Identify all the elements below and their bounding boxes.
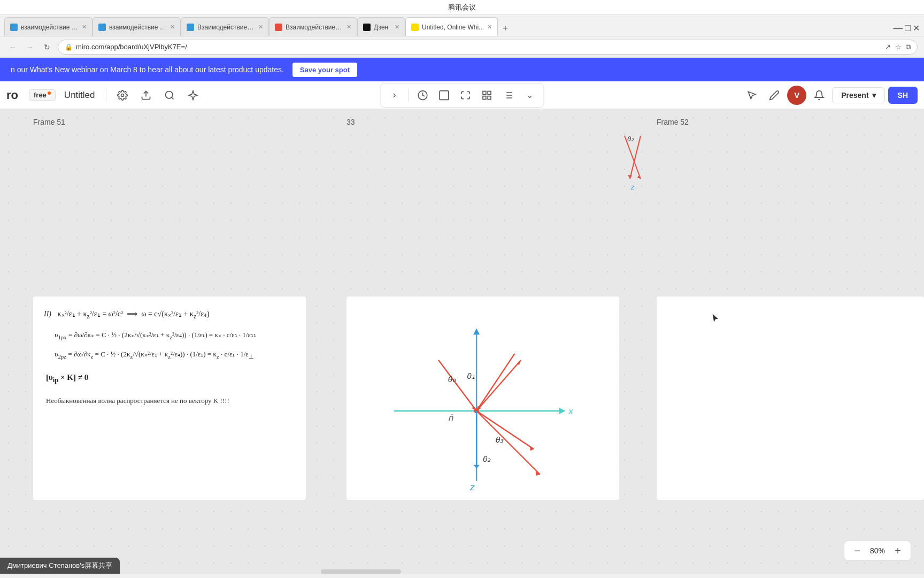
- horizontal-scrollbar[interactable]: [321, 569, 401, 574]
- svg-rect-9: [488, 96, 491, 99]
- share-address-icon[interactable]: ↗: [885, 43, 891, 51]
- chevron-right-btn[interactable]: ›: [385, 86, 404, 105]
- pen-icon: [769, 90, 780, 101]
- svg-marker-20: [473, 328, 480, 334]
- svg-line-39: [476, 354, 514, 411]
- present-label: Present: [841, 91, 868, 100]
- banner-text: n our What's New webinar on March 8 to h…: [11, 65, 284, 74]
- svg-text:θ₂: θ₂: [627, 135, 634, 143]
- optics-diagram: x z θ₀ θ₁: [346, 296, 619, 500]
- tab2-close[interactable]: ✕: [170, 24, 175, 31]
- more-btn[interactable]: ⌄: [520, 86, 540, 105]
- upload-button[interactable]: [136, 86, 156, 105]
- magic-icon: [188, 90, 198, 101]
- canvas-area[interactable]: Frame 51 33 Frame 52 II) κₓ²/ε₁ + κz²/ε₁…: [0, 109, 924, 574]
- svg-text:x: x: [568, 406, 573, 416]
- svg-line-24: [438, 360, 476, 411]
- tab-5[interactable]: Дзен ✕: [357, 17, 405, 36]
- share-button[interactable]: SH: [888, 87, 918, 104]
- tab-3[interactable]: Взаимодействие эле... ✕: [181, 17, 269, 36]
- tab6-favicon: [411, 24, 419, 31]
- screen-share-text: Дмитриевич Степанов's屏幕共享: [7, 561, 112, 569]
- new-tab-button[interactable]: +: [498, 21, 513, 36]
- frame-btn[interactable]: [435, 86, 454, 105]
- svg-line-28: [476, 411, 540, 475]
- plan-badge[interactable]: free: [29, 89, 56, 101]
- select-icon: [746, 90, 757, 101]
- svg-rect-7: [488, 91, 491, 94]
- user-avatar[interactable]: V: [787, 86, 806, 105]
- present-chevron: ▾: [872, 91, 876, 100]
- tab-view-icon[interactable]: ⧉: [906, 43, 911, 51]
- zoom-controls: − 80% +: [844, 541, 911, 561]
- address-bar[interactable]: 🔒 miro.com/app/board/uXjVPlbyK7E=/ ↗ ☆ ⧉: [58, 40, 918, 55]
- plan-dot: [48, 92, 51, 95]
- zoom-in-btn[interactable]: +: [891, 544, 904, 557]
- tab1-close[interactable]: ✕: [82, 24, 87, 31]
- plan-badge-text: free: [34, 91, 47, 99]
- frame-33-label: 33: [346, 118, 355, 126]
- svg-text:θ₀: θ₀: [448, 375, 456, 384]
- pen-tool-btn[interactable]: [765, 86, 784, 105]
- equation-block-2: υ1px = ∂ω/∂κₓ = C · ½ · (2κₓ/√(κₓ²/ε₁ + …: [44, 329, 295, 343]
- present-button[interactable]: Present ▾: [832, 87, 884, 103]
- back-btn[interactable]: ←: [6, 41, 19, 54]
- tab2-title: взаимодействие эле...: [109, 24, 167, 31]
- frame-51: II) κₓ²/ε₁ + κz²/ε₁ = ω²/c² ⟹ ω = c√(κₓ²…: [33, 296, 306, 500]
- notifications-btn[interactable]: [810, 86, 829, 105]
- settings-button[interactable]: [113, 86, 132, 105]
- zoom-out-btn[interactable]: −: [851, 544, 864, 557]
- lock-icon: 🔒: [65, 43, 73, 51]
- tab4-close[interactable]: ✕: [346, 24, 351, 31]
- forward-btn[interactable]: →: [24, 41, 36, 54]
- svg-point-2: [165, 91, 172, 98]
- tab6-close[interactable]: ✕: [487, 24, 492, 31]
- notification-banner: n our What's New webinar on March 8 to h…: [0, 58, 924, 81]
- toolbar-separator-1: [106, 89, 106, 102]
- capture-icon: [460, 90, 471, 101]
- search-button[interactable]: [160, 86, 179, 105]
- tab3-title: Взаимодействие эле...: [197, 24, 255, 31]
- svg-line-26: [476, 360, 521, 411]
- save-spot-button[interactable]: Save your spot: [292, 63, 357, 77]
- tab3-close[interactable]: ✕: [258, 24, 263, 31]
- timer-btn[interactable]: [413, 86, 433, 105]
- tab1-title: взаимодействие эле...: [21, 24, 79, 31]
- svg-marker-45: [628, 175, 632, 179]
- bookmark-icon[interactable]: ☆: [895, 43, 902, 51]
- title-bar: 腾讯会议: [0, 0, 924, 15]
- avatar-letter: V: [794, 90, 799, 100]
- reload-btn[interactable]: ↻: [41, 41, 53, 54]
- tab-4[interactable]: Взаимодействие эле... ✕: [269, 17, 357, 36]
- settings-icon: [117, 90, 128, 101]
- mouse-cursor: [710, 313, 721, 328]
- svg-text:θ₂: θ₂: [483, 454, 491, 463]
- svg-text:θ₁: θ₁: [467, 371, 474, 381]
- address-bar-row: ← → ↻ 🔒 miro.com/app/board/uXjVPlbyK7E=/…: [0, 36, 924, 58]
- svg-rect-8: [483, 96, 486, 99]
- close-btn[interactable]: ✕: [913, 23, 920, 33]
- miro-logo: ro: [6, 88, 18, 102]
- tab4-favicon: [275, 24, 282, 31]
- tab-6[interactable]: Untitled, Online Whi... ✕: [405, 17, 498, 36]
- tab-2[interactable]: взаимодействие эле... ✕: [93, 17, 181, 36]
- list-btn[interactable]: [499, 86, 518, 105]
- list-icon: [503, 90, 514, 101]
- capture-btn[interactable]: [456, 86, 475, 105]
- mid-sep: [409, 89, 409, 102]
- logo-area: ro: [6, 88, 25, 102]
- minimize-btn[interactable]: —: [893, 22, 903, 34]
- frame-52: [657, 296, 924, 500]
- board-title[interactable]: Untitled: [60, 88, 99, 103]
- svg-text:z: z: [630, 183, 635, 191]
- tab-1[interactable]: взаимодействие эле... ✕: [4, 17, 93, 36]
- grid-btn[interactable]: [478, 86, 497, 105]
- tab5-close[interactable]: ✕: [395, 24, 399, 31]
- note-text: Необыкновенная волна распространяется не…: [44, 394, 295, 407]
- equation-block-3: υ2pz = ∂ω/∂κz = C · ½ · (2κz/√(κₓ²/ε₁ + …: [44, 348, 295, 362]
- tab6-title: Untitled, Online Whi...: [422, 24, 484, 31]
- select-tool-btn[interactable]: [742, 86, 761, 105]
- svg-text:z: z: [469, 482, 475, 492]
- maximize-btn[interactable]: □: [905, 22, 911, 34]
- magic-button[interactable]: [183, 86, 203, 105]
